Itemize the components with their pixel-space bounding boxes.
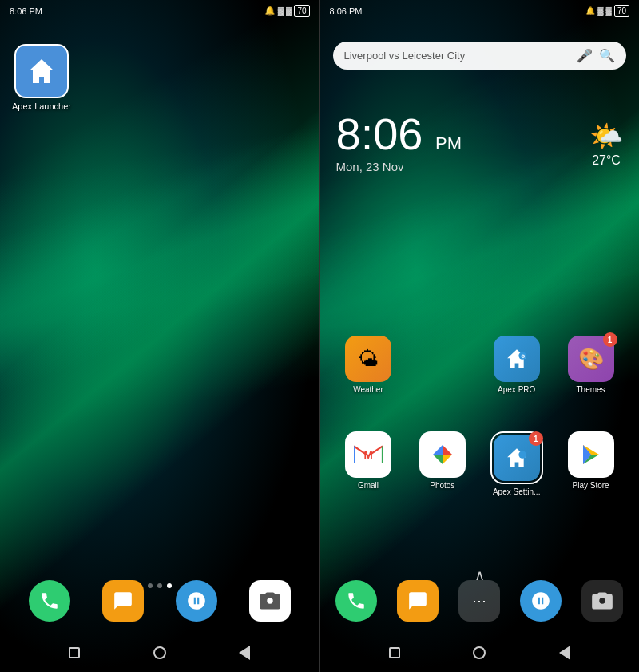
right-phone-icon [346, 590, 367, 611]
apex-launcher-label: Apex Launcher [12, 101, 71, 111]
weather-app-label: Weather [353, 385, 383, 394]
right-status-time: 8:06 PM [330, 6, 363, 16]
right-back-icon [559, 646, 570, 660]
app-empty [405, 336, 479, 394]
clock-ampm: PM [435, 133, 462, 153]
right-nav-back[interactable] [557, 645, 573, 661]
gmail-icon[interactable]: M [345, 431, 391, 478]
playstore-svg [577, 441, 605, 468]
right-notification-icon: 🔔 [585, 6, 595, 15]
dock-messages[interactable] [102, 580, 144, 622]
apex-settings-label: Apex Settin... [493, 487, 540, 496]
app-apex-pro[interactable]: ⚙ Apex PRO [479, 336, 554, 394]
themes-badge: 1 [603, 332, 617, 347]
left-dock [0, 574, 320, 628]
themes-icon[interactable]: 🎨 1 [568, 336, 614, 382]
nav-back[interactable] [236, 645, 252, 661]
nav-home[interactable] [152, 645, 168, 661]
notification-icon: 🔔 [264, 6, 276, 16]
phone-icon [39, 590, 60, 611]
right-camera-icon [591, 590, 613, 612]
app-photos[interactable]: Photos [405, 431, 479, 496]
messages-icon [113, 590, 133, 611]
signal-icon: ▓ [286, 6, 292, 15]
right-signal-icon: ▓ [606, 6, 612, 15]
right-dock: ⋯ [320, 574, 640, 628]
svg-marker-0 [30, 59, 54, 83]
right-battery-icon: 70 [614, 5, 629, 17]
search-icon[interactable]: 🔍 [599, 48, 615, 63]
home-icon [26, 56, 57, 86]
left-status-time: 8:06 PM [10, 6, 42, 16]
home-nav-icon [153, 646, 166, 659]
app-themes[interactable]: 🎨 1 Themes [554, 336, 628, 394]
right-home-nav-icon [473, 646, 486, 659]
apex-pro-label: Apex PRO [498, 385, 535, 394]
search-text: Liverpool vs Leicester City [344, 50, 571, 62]
photos-label: Photos [430, 481, 454, 490]
left-status-bar: 8:06 PM 🔔 ▓ ▓ 70 [0, 0, 320, 22]
chat-icon [186, 590, 207, 611]
apex-settings-badge: 1 [529, 431, 543, 446]
apex-settings-home-icon [505, 446, 529, 470]
right-dock-messages[interactable] [397, 580, 439, 622]
right-dock-chat[interactable] [520, 580, 562, 622]
app-gmail[interactable]: M Gmail [331, 431, 406, 496]
battery-icon: 70 [294, 5, 309, 17]
right-recent-icon [389, 647, 400, 658]
weather-emoji: 🌤 [358, 347, 379, 372]
photos-svg [428, 440, 457, 469]
weather-app-icon[interactable]: 🌤 [345, 336, 391, 382]
app-playstore[interactable]: Play Store [554, 431, 628, 496]
back-icon [239, 646, 250, 660]
apex-pro-icon[interactable]: ⚙ [494, 336, 540, 382]
camera-icon [259, 590, 281, 612]
left-status-icons: 🔔 ▓ ▓ 70 [264, 5, 310, 17]
apex-settings-icon[interactable]: 1 [494, 435, 540, 481]
clock-date: Mon, 23 Nov [336, 160, 462, 173]
apex-launcher-icon-box[interactable] [14, 44, 69, 98]
app-apex-settings[interactable]: 1 Apex Settin... [479, 431, 554, 496]
themes-emoji: 🎨 [578, 347, 604, 372]
apex-launcher-icon[interactable]: Apex Launcher [10, 44, 73, 111]
right-chat-icon [530, 590, 551, 611]
right-status-icons: 🔔 ▓ ▓ 70 [585, 5, 629, 17]
wifi-icon: ▓ [278, 6, 284, 15]
right-nav-bar [320, 634, 640, 672]
app-weather[interactable]: 🌤 Weather [331, 336, 406, 394]
photos-icon[interactable] [419, 431, 466, 478]
dock-chat[interactable] [176, 580, 217, 622]
weather-icon: 🌤️ [589, 120, 623, 152]
gmail-label: Gmail [358, 481, 379, 490]
dock-camera[interactable] [249, 580, 291, 622]
svg-point-7 [518, 451, 526, 458]
nav-recent[interactable] [66, 645, 82, 661]
dock-phone[interactable] [29, 580, 70, 622]
left-phone: 8:06 PM 🔔 ▓ ▓ 70 Apex Launcher [0, 0, 320, 672]
svg-text:M: M [363, 449, 372, 461]
weather-widget: 🌤️ 27°C [589, 120, 623, 168]
recent-icon [69, 647, 80, 658]
apex-settings-selected-border: 1 [490, 431, 543, 484]
mic-icon[interactable]: 🎤 [577, 48, 593, 63]
right-status-bar: 8:06 PM 🔔 ▓ ▓ 70 [320, 0, 640, 22]
themes-label: Themes [577, 385, 605, 394]
gmail-svg: M [354, 443, 383, 466]
right-nav-recent[interactable] [387, 645, 403, 661]
clock-time: 8:06 PM [336, 112, 462, 157]
clock-widget: 8:06 PM Mon, 23 Nov [336, 112, 462, 173]
playstore-icon[interactable] [568, 431, 614, 478]
right-phone: 8:06 PM 🔔 ▓ ▓ 70 Liverpool vs Leicester … [320, 0, 640, 672]
right-nav-home[interactable] [471, 645, 487, 661]
search-bar[interactable]: Liverpool vs Leicester City 🎤 🔍 [333, 42, 627, 70]
apps-grid-icon: ⋯ [472, 592, 487, 610]
apex-pro-home-icon: ⚙ [505, 347, 529, 371]
weather-temp: 27°C [592, 153, 621, 168]
right-dock-phone[interactable] [335, 580, 377, 622]
right-messages-icon [407, 590, 428, 611]
left-nav-bar [0, 634, 320, 672]
right-wifi-icon: ▓ [597, 6, 603, 15]
playstore-label: Play Store [572, 481, 609, 490]
right-dock-apps[interactable]: ⋯ [458, 580, 500, 622]
right-dock-camera[interactable] [581, 580, 623, 622]
